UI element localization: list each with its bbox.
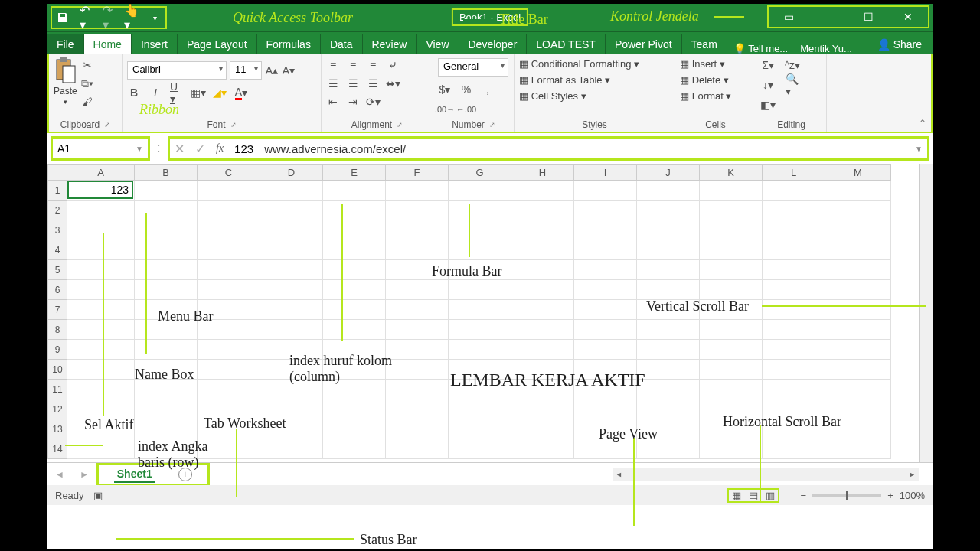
increase-indent-icon[interactable]: ⇥	[346, 95, 360, 109]
cell[interactable]	[449, 280, 511, 300]
cell[interactable]	[637, 360, 700, 380]
cell[interactable]	[511, 320, 574, 340]
sheet-nav-prev[interactable]: ◄	[47, 469, 72, 480]
cell[interactable]	[386, 399, 449, 419]
column-header[interactable]: G	[449, 164, 511, 181]
cell[interactable]	[449, 201, 511, 220]
cell[interactable]	[574, 220, 637, 240]
cell[interactable]	[386, 240, 449, 260]
cell[interactable]	[700, 181, 763, 201]
underline-button[interactable]: U ▾	[170, 86, 184, 99]
font-name-dropdown[interactable]: Calibri	[127, 61, 227, 80]
cell[interactable]	[386, 320, 449, 340]
row-header[interactable]: 4	[47, 240, 67, 260]
cell[interactable]	[825, 380, 891, 399]
formula-bar[interactable]: ✕ ✓ fx 123 www.advernesia.com/excel/ ▼	[168, 136, 929, 161]
cell[interactable]	[637, 201, 700, 220]
cell[interactable]	[67, 220, 135, 240]
cell[interactable]	[198, 340, 260, 360]
cell[interactable]	[637, 380, 700, 399]
cell[interactable]	[574, 201, 637, 220]
cell[interactable]	[511, 181, 574, 201]
cell[interactable]	[260, 320, 323, 340]
tab-file[interactable]: File	[47, 34, 84, 54]
maximize-icon[interactable]: ☐	[848, 11, 888, 23]
cell[interactable]	[763, 380, 825, 399]
column-header[interactable]: A	[67, 164, 135, 181]
cell[interactable]	[135, 280, 198, 300]
column-header[interactable]: K	[700, 164, 763, 181]
active-cell[interactable]: 123	[67, 181, 133, 199]
border-icon[interactable]: ▦▾	[191, 86, 205, 99]
font-color-icon[interactable]: A▾	[234, 86, 248, 99]
font-size-dropdown[interactable]: 11	[230, 61, 262, 80]
cell[interactable]	[198, 260, 260, 280]
cell[interactable]	[700, 320, 763, 340]
cell[interactable]	[449, 399, 511, 419]
cell[interactable]	[198, 181, 260, 201]
cell[interactable]	[135, 240, 198, 260]
cell[interactable]	[574, 320, 637, 340]
column-header[interactable]: I	[574, 164, 637, 181]
cell[interactable]	[511, 280, 574, 300]
italic-button[interactable]: I	[149, 86, 162, 99]
tab-developer[interactable]: Developer	[459, 34, 528, 54]
user-name[interactable]: Mentik Yu...	[794, 43, 858, 54]
column-header[interactable]: H	[511, 164, 574, 181]
cell[interactable]	[260, 260, 323, 280]
cell[interactable]	[135, 399, 198, 419]
cell[interactable]	[763, 240, 825, 260]
cell[interactable]	[763, 280, 825, 300]
sort-filter-icon[interactable]: ᴬz▾	[786, 58, 799, 72]
cell[interactable]	[825, 340, 891, 360]
macro-record-icon[interactable]: ▣	[93, 490, 103, 501]
cell[interactable]	[323, 399, 386, 419]
cell[interactable]	[67, 320, 135, 340]
cell[interactable]	[323, 439, 386, 459]
row-header[interactable]: 12	[47, 399, 67, 419]
cell[interactable]	[511, 399, 574, 419]
close-icon[interactable]: ✕	[888, 11, 928, 23]
cell[interactable]	[323, 201, 386, 220]
cell[interactable]	[449, 340, 511, 360]
name-box[interactable]: ▼	[51, 136, 150, 161]
zoom-level[interactable]: 100%	[900, 490, 925, 501]
cell[interactable]	[198, 220, 260, 240]
cell[interactable]	[825, 320, 891, 340]
cell[interactable]	[511, 240, 574, 260]
cell[interactable]	[825, 181, 891, 201]
save-icon[interactable]	[57, 11, 69, 24]
namebox-dropdown-icon[interactable]: ▼	[131, 145, 148, 153]
cell[interactable]	[323, 181, 386, 201]
fx-icon[interactable]: fx	[216, 142, 224, 155]
format-cells-button[interactable]: ▦ Format ▾	[680, 90, 731, 102]
tab-page-layout[interactable]: Page Layout	[178, 34, 257, 54]
cell[interactable]	[511, 260, 574, 280]
decrease-font-icon[interactable]: A▾	[282, 64, 296, 77]
paste-button[interactable]: Paste ▾	[54, 57, 77, 106]
cell[interactable]	[198, 201, 260, 220]
cell[interactable]	[511, 300, 574, 320]
column-header[interactable]: B	[135, 164, 198, 181]
horizontal-scrollbar[interactable]	[612, 468, 919, 481]
delete-cells-button[interactable]: ▦ Delete ▾	[680, 74, 729, 86]
column-header[interactable]: C	[198, 164, 260, 181]
cell[interactable]	[700, 240, 763, 260]
cell[interactable]	[700, 360, 763, 380]
column-header[interactable]: E	[323, 164, 386, 181]
cell[interactable]	[825, 240, 891, 260]
cell[interactable]	[67, 280, 135, 300]
orientation-icon[interactable]: ⟳▾	[366, 95, 380, 109]
cell[interactable]	[763, 340, 825, 360]
row-header[interactable]: 3	[47, 220, 67, 240]
cell[interactable]	[135, 419, 198, 439]
page-break-view-icon[interactable]: ▥	[766, 490, 775, 501]
cell[interactable]	[637, 280, 700, 300]
tab-formulas[interactable]: Formulas	[257, 34, 321, 54]
dialog-launcher-icon[interactable]: ⤢	[489, 121, 495, 129]
cell[interactable]	[198, 380, 260, 399]
cell[interactable]	[763, 220, 825, 240]
page-layout-view-icon[interactable]: ▤	[749, 490, 758, 501]
cell[interactable]	[449, 320, 511, 340]
dialog-launcher-icon[interactable]: ⤢	[104, 121, 110, 129]
